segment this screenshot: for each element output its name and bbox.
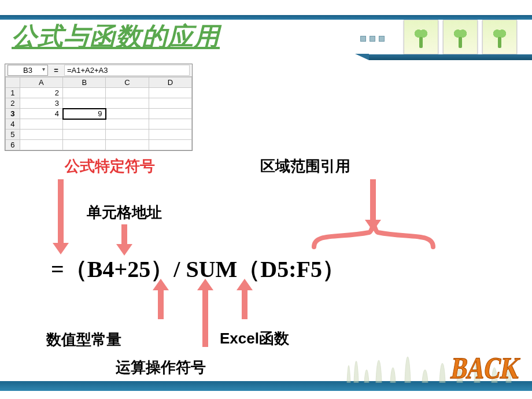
label-numeric-const: 数值型常量 (46, 330, 121, 350)
slide-title: 公式与函数的应用 (12, 20, 220, 54)
col-header: C (106, 77, 149, 88)
excel-formula-bar-row: B3 = =A1+A2+A3 (5, 64, 192, 77)
table-row: 5 (6, 130, 192, 140)
col-header: B (63, 77, 106, 88)
selected-cell: 9 (63, 109, 106, 119)
table-row: 12 (6, 88, 192, 98)
label-excel-func: Excel函数 (220, 328, 289, 349)
arrow-range-ref (370, 179, 376, 221)
label-cell-addr: 单元格地址 (87, 202, 162, 223)
label-formula-symbol: 公式特定符号 (65, 156, 155, 176)
col-header: D (149, 77, 191, 88)
decor-thumb-1 (404, 20, 438, 54)
table-row: 4 (6, 119, 192, 130)
arrow-excel-func (242, 289, 247, 319)
label-range-ref: 区域范围引用 (260, 156, 350, 176)
decor-dots (360, 36, 385, 42)
range-brace (311, 221, 436, 250)
arrow-numeric-const (158, 289, 164, 319)
decor-thumb-2 (443, 20, 478, 54)
excel-equals-icon: = (50, 66, 62, 75)
decor-thumb-3 (482, 20, 517, 54)
col-header: A (20, 77, 62, 88)
table-row: 6 (6, 140, 192, 150)
decor-bar (369, 54, 532, 60)
excel-namebox: B3 (8, 65, 48, 76)
top-band (0, 15, 532, 20)
table-row: 349 (6, 109, 192, 119)
arrow-formula-symbol (58, 179, 64, 244)
table-row: 23 (6, 98, 192, 109)
back-button[interactable]: BACK (448, 350, 522, 385)
label-operator: 运算操作符号 (116, 357, 206, 378)
slide: 公式与函数的应用 B3 = =A1+A2+A3 A B C D 12 23 34… (0, 0, 532, 399)
excel-formula-bar: =A1+A2+A3 (64, 65, 190, 76)
arrow-operator (202, 289, 208, 347)
arrow-cell-addr (121, 224, 127, 245)
excel-screenshot: B3 = =A1+A2+A3 A B C D 12 23 349 4 5 6 (5, 64, 193, 151)
excel-grid: A B C D 12 23 349 4 5 6 (5, 77, 192, 150)
